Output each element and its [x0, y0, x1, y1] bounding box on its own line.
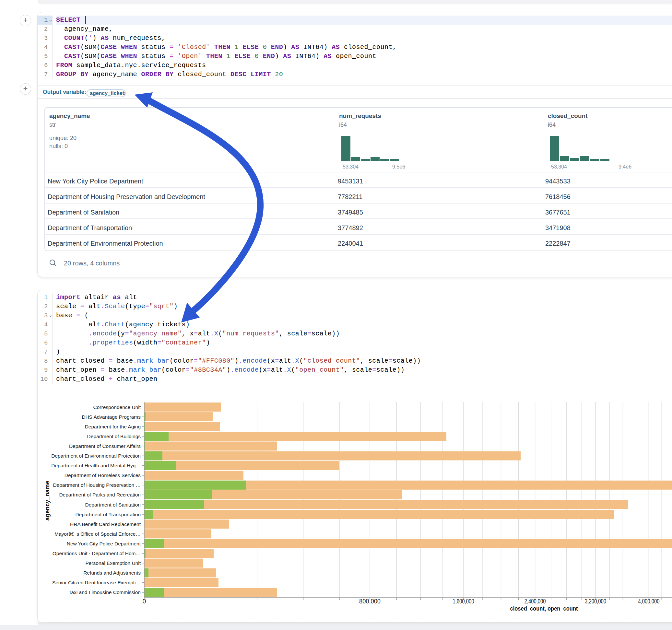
svg-text:1,600,000: 1,600,000: [453, 598, 474, 605]
svg-text:New York City Police Departmen: New York City Police Department: [67, 541, 141, 547]
svg-text:3,200,000: 3,200,000: [585, 598, 606, 605]
svg-text:Mayorâ€ s Office of Special En: Mayorâ€ s Office of Special Enforce…: [54, 531, 141, 537]
svg-text:DHS Advantage Programs: DHS Advantage Programs: [82, 414, 141, 420]
svg-text:Department for the Aging: Department for the Aging: [85, 424, 141, 429]
svg-text:Department of Parks and Recrea: Department of Parks and Recreation: [59, 492, 141, 498]
svg-text:800,000: 800,000: [359, 598, 381, 605]
svg-text:Department of Buildings: Department of Buildings: [87, 434, 141, 439]
svg-text:Taxi and Limousine Commission: Taxi and Limousine Commission: [69, 589, 141, 595]
svg-text:Personal Exemption Unit: Personal Exemption Unit: [85, 560, 141, 566]
svg-text:Department of Health and Menta: Department of Health and Mental Hyg…: [51, 463, 141, 468]
svg-text:Department of Housing Preserva: Department of Housing Preservation …: [53, 482, 141, 488]
svg-text:Department of Environmental Pr: Department of Environmental Protection: [51, 453, 141, 459]
svg-text:Department of Homeless Service: Department of Homeless Services: [65, 472, 141, 478]
svg-text:Department of Transportation: Department of Transportation: [75, 512, 141, 517]
svg-text:HRA Benefit Card Replacement: HRA Benefit Card Replacement: [70, 522, 141, 527]
svg-text:2,400,000: 2,400,000: [525, 598, 546, 605]
svg-text:Correspondence Unit: Correspondence Unit: [93, 405, 141, 410]
svg-text:agency_name: agency_name: [44, 481, 51, 521]
svg-text:Refunds and Adjustments: Refunds and Adjustments: [83, 570, 141, 576]
svg-text:0: 0: [143, 598, 146, 605]
svg-text:Senior Citizen Rent Increase E: Senior Citizen Rent Increase Exempti…: [52, 580, 141, 585]
svg-text:closed_count, open_count: closed_count, open_count: [510, 605, 578, 612]
svg-text:Operations Unit - Department o: Operations Unit - Department of Hom…: [52, 551, 141, 556]
svg-text:4,000,000: 4,000,000: [638, 598, 659, 605]
svg-text:Department of Sanitation: Department of Sanitation: [85, 502, 141, 508]
svg-text:Department of Consumer Affairs: Department of Consumer Affairs: [69, 443, 141, 449]
